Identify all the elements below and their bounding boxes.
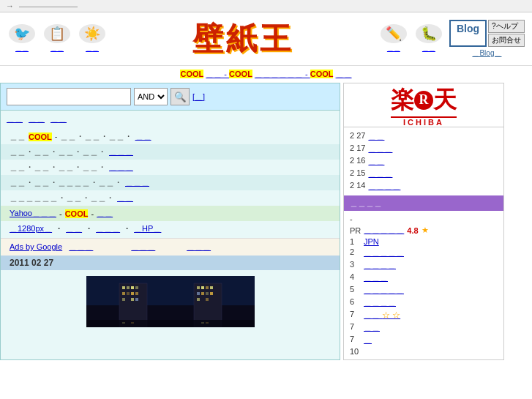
svg-rect-20 <box>197 292 200 295</box>
count-link-2[interactable]: ＿＿＿ <box>368 143 392 154</box>
search-link-3[interactable]: ＿＿ <box>50 113 67 124</box>
right-panel: 楽 R 天 ICHIBA 2 27 ＿＿ 2 17 ＿＿＿ 2 16 ＿＿ <box>343 83 504 360</box>
sun-link[interactable]: ＿＿ <box>86 44 99 53</box>
count-num-5: 2 14 <box>350 181 365 192</box>
search-input[interactable] <box>7 88 131 105</box>
bug-icon-btn[interactable]: 🐛 ＿＿ <box>414 24 443 53</box>
svg-rect-8 <box>122 292 125 295</box>
date-label: 2011 02 27 <box>10 258 53 268</box>
rank-num-7c: 7 <box>350 335 361 346</box>
svg-rect-16 <box>197 286 200 289</box>
ads-link-3[interactable]: ＿＿＿ <box>187 242 211 251</box>
count-link-3[interactable]: ＿＿ <box>368 156 384 167</box>
and-select[interactable]: AND <box>134 88 168 105</box>
content-row: ＿＿ COOL - ＿＿・＿＿・＿＿・ ＿＿ <box>1 129 340 144</box>
row-text-3: ＿＿・＿＿・＿＿・＿＿・ <box>10 162 106 173</box>
site-title: 壁紙王 <box>107 18 379 59</box>
svg-rect-27 <box>122 322 125 324</box>
sun-icon-btn[interactable]: ☀️ ＿＿ <box>78 24 107 53</box>
search-link-2[interactable]: ＿＿ <box>29 113 45 124</box>
count-row-3: 2 16 ＿＿ <box>350 155 498 168</box>
res-link-1[interactable]: ＿＿ <box>66 223 82 234</box>
help-button[interactable]: ?ヘルプ <box>488 20 525 33</box>
rank-row-6: 6 ＿＿＿＿ <box>350 297 498 309</box>
rank-text-7a: ＿＿ <box>364 310 380 319</box>
count-num-2: 2 17 <box>350 143 365 154</box>
image-section <box>1 270 340 335</box>
rank-link-3[interactable]: ＿＿＿＿ <box>364 260 396 271</box>
cool-highlight-2: COOL <box>65 209 89 218</box>
rank-link-6[interactable]: ＿＿＿＿ <box>364 297 396 308</box>
search-link-1[interactable]: ＿＿ <box>7 113 23 124</box>
count-link-5[interactable]: ＿＿＿＿ <box>368 181 400 192</box>
header-icons: 🐦 ＿＿ 📋 ＿＿ ☀️ ＿＿ <box>7 24 107 53</box>
arrow-icon: → <box>6 1 14 10</box>
ads-link-2[interactable]: ＿＿＿ <box>131 242 155 251</box>
rank-link-4[interactable]: ＿＿＿ <box>364 272 388 283</box>
search-button[interactable]: 🔍 <box>171 88 190 105</box>
yahoo-link[interactable]: Yahoo＿＿＿ <box>10 208 56 219</box>
bird-link[interactable]: ＿＿ <box>15 44 29 53</box>
rank-num-1: 1 <box>350 237 361 246</box>
rank-link-5[interactable]: ＿＿＿＿＿ <box>364 285 404 296</box>
bird-icon-btn[interactable]: 🐦 ＿＿ <box>7 24 37 53</box>
rank-row-7a: 7 ＿＿ ☆ ☆ <box>350 309 498 321</box>
rank-link-1[interactable]: JPN <box>364 237 379 246</box>
rank-num-6: 6 <box>350 297 361 308</box>
star-icon-7a: ☆ ☆ <box>382 310 400 319</box>
subtitle-link-3[interactable]: ＿＿ <box>336 70 352 78</box>
sep-dot-2: ・ <box>85 223 93 234</box>
date-section: 2011 02 27 <box>1 256 340 270</box>
cool-highlight-1: COOL <box>29 133 52 141</box>
bracket-link[interactable]: [＿] <box>192 92 205 102</box>
rank-num-7a: 7 <box>350 310 361 321</box>
svg-rect-11 <box>135 292 138 295</box>
rank-link-7c[interactable]: ＿ <box>364 335 372 346</box>
grid-link[interactable]: ＿＿ <box>50 44 64 53</box>
row-link-1[interactable]: ＿＿ <box>135 131 151 142</box>
yahoo-end-link[interactable]: ＿＿ <box>97 208 113 219</box>
count-link-4[interactable]: ＿＿＿ <box>368 168 392 179</box>
pencil-link[interactable]: ＿＿ <box>387 44 400 53</box>
row-link-3[interactable]: ＿＿＿ <box>109 162 133 173</box>
svg-rect-26 <box>86 320 255 327</box>
wallpaper-image[interactable] <box>86 276 255 327</box>
resolution-link[interactable]: ＿1280px＿ <box>10 223 52 234</box>
row-text-4: ＿＿・＿＿・＿＿＿＿・＿＿・ <box>10 177 122 188</box>
subtitle-link-2[interactable]: ＿＿＿＿＿＿ - <box>255 70 310 78</box>
svg-rect-28 <box>131 322 134 324</box>
rank-num-3: 3 <box>350 260 361 271</box>
subtitle-link-1[interactable]: ＿＿ - <box>206 70 229 78</box>
blog-sub-link[interactable]: ＿Blog＿ <box>449 48 525 59</box>
res-link-2[interactable]: ＿＿＿ <box>96 223 120 234</box>
bug-link[interactable]: ＿＿ <box>422 44 435 53</box>
rank-link-2[interactable]: ＿＿＿＿＿ <box>364 247 404 258</box>
hp-link[interactable]: ＿HP＿ <box>134 223 161 234</box>
rank-num-5: 5 <box>350 285 361 296</box>
pencil-icon-btn[interactable]: ✏️ ＿＿ <box>379 24 408 53</box>
pr-link[interactable]: ＿＿＿＿＿ <box>364 225 404 236</box>
svg-rect-9 <box>127 292 130 295</box>
svg-rect-10 <box>131 292 134 295</box>
pr-score: 4.8 <box>407 226 418 235</box>
grid-icon-btn[interactable]: 📋 ＿＿ <box>42 24 72 53</box>
ads-link-1[interactable]: ＿＿＿ <box>69 242 93 251</box>
blog-button[interactable]: Blog <box>449 20 487 47</box>
sep-dash-2: - <box>91 209 94 218</box>
purple-section: ＿＿＿＿ <box>344 195 503 211</box>
row-link-5[interactable]: ＿＿ <box>117 193 133 204</box>
rank-link-7a[interactable]: ＿＿ ☆ ☆ <box>364 310 400 321</box>
rank-num-7b: 7 <box>350 322 361 333</box>
count-link-1[interactable]: ＿＿ <box>368 131 384 142</box>
row-link-2[interactable]: ＿＿＿ <box>109 146 133 157</box>
top-bar: → <box>0 0 532 12</box>
rank-link-7b[interactable]: ＿＿ <box>364 322 380 333</box>
svg-rect-25 <box>206 298 209 301</box>
contact-button[interactable]: お問合せ <box>488 34 525 47</box>
ranking-section: - PR ＿＿＿＿＿ 4.8 ★ 1 JPN 2 ＿＿＿＿＿ 3 ＿＿＿＿ <box>344 211 503 359</box>
ads-by-google-link[interactable]: Ads by Google <box>10 242 62 251</box>
cool-label-2: COOL <box>229 70 252 78</box>
main-layout: AND 🔍 [＿] ＿＿ ＿＿ ＿＿ ＿＿ COOL - ＿＿・＿＿・＿＿・ ＿… <box>0 83 532 360</box>
row-link-4[interactable]: ＿＿＿ <box>125 177 149 188</box>
rakuten-banner[interactable]: 楽 R 天 ICHIBA <box>344 83 503 127</box>
